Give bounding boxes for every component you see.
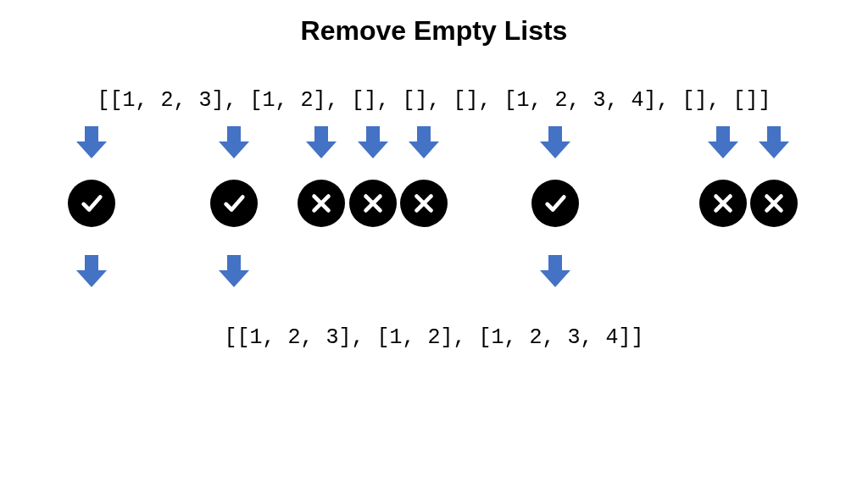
svg-rect-12 bbox=[417, 126, 431, 141]
svg-marker-11 bbox=[358, 141, 388, 158]
output-list-text: [[1, 2, 3], [1, 2], [1, 2, 3, 4]] bbox=[0, 325, 868, 350]
svg-marker-5 bbox=[219, 141, 249, 158]
check-icon bbox=[210, 180, 258, 227]
svg-rect-4 bbox=[227, 126, 241, 141]
svg-rect-18 bbox=[716, 126, 730, 141]
diagram-title: Remove Empty Lists bbox=[0, 15, 868, 47]
svg-marker-7 bbox=[219, 270, 249, 287]
input-list-text: [[1, 2, 3], [1, 2], [], [], [], [1, 2, 3… bbox=[0, 88, 868, 113]
cross-icon bbox=[298, 180, 345, 227]
svg-marker-3 bbox=[76, 270, 107, 287]
cross-icon bbox=[750, 180, 798, 227]
down-arrow-icon bbox=[704, 123, 742, 160]
svg-rect-20 bbox=[767, 126, 781, 141]
down-arrow-icon bbox=[73, 123, 110, 160]
down-arrow-icon bbox=[73, 252, 110, 289]
down-arrow-icon bbox=[215, 123, 253, 160]
svg-rect-0 bbox=[85, 126, 98, 141]
svg-rect-8 bbox=[314, 126, 328, 141]
svg-rect-16 bbox=[548, 255, 562, 270]
down-arrow-icon bbox=[537, 123, 574, 160]
svg-rect-14 bbox=[548, 126, 562, 141]
svg-marker-17 bbox=[540, 270, 570, 287]
svg-marker-21 bbox=[759, 141, 789, 158]
svg-marker-9 bbox=[306, 141, 337, 158]
svg-rect-2 bbox=[85, 255, 98, 270]
cross-icon bbox=[349, 180, 397, 227]
down-arrow-icon bbox=[755, 123, 793, 160]
svg-marker-13 bbox=[409, 141, 439, 158]
svg-rect-10 bbox=[366, 126, 380, 141]
down-arrow-icon bbox=[354, 123, 392, 160]
down-arrow-icon bbox=[537, 252, 574, 289]
down-arrow-icon bbox=[215, 252, 253, 289]
down-arrow-icon bbox=[303, 123, 340, 160]
check-icon bbox=[531, 180, 579, 227]
svg-rect-6 bbox=[227, 255, 241, 270]
svg-marker-19 bbox=[708, 141, 738, 158]
svg-marker-15 bbox=[540, 141, 570, 158]
check-icon bbox=[68, 180, 115, 227]
cross-icon bbox=[699, 180, 747, 227]
down-arrow-icon bbox=[405, 123, 442, 160]
cross-icon bbox=[400, 180, 448, 227]
svg-marker-1 bbox=[76, 141, 107, 158]
